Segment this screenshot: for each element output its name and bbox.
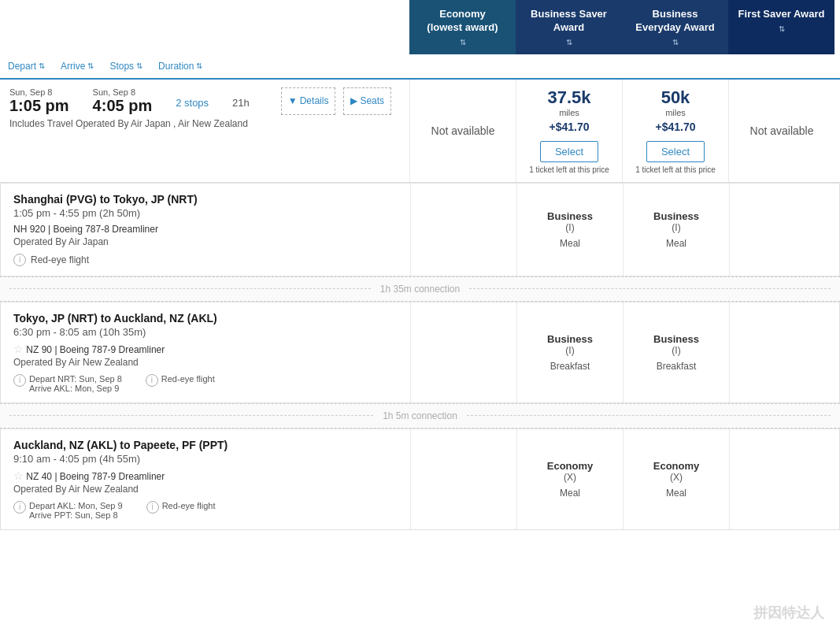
seg3-biz-saver-class-sub: (X)	[564, 472, 576, 483]
seg3-dep-arr-text-1: Depart AKL: Mon, Sep 9Arrive PPT: Sun, S…	[29, 501, 123, 520]
seg1-flight-number: NH 920	[13, 224, 46, 235]
details-arrow: ▼	[288, 95, 298, 106]
duration-sort[interactable]: Duration ⇅	[158, 61, 202, 72]
seg2-info-icon-2: i	[146, 374, 158, 387]
seg2-flight-number: NZ 90	[26, 344, 52, 355]
seg3-biz-saver-col: Economy (X) Meal	[516, 429, 623, 529]
first-saver-sort[interactable]: ⇅	[735, 24, 828, 33]
stops-block: 2 stops	[176, 87, 209, 115]
first-saver-header-label: First Saver Award	[735, 8, 828, 21]
seg2-operator: Operated By Air New Zealand	[13, 357, 398, 368]
economy-sort[interactable]: ⇅	[416, 38, 509, 46]
biz-everyday-miles: 50k	[661, 87, 690, 108]
segment-2-section: Tokyo, JP (NRT) to Auckland, NZ (AKL) 6:…	[0, 302, 840, 403]
seg1-biz-everyday-meal: Meal	[666, 238, 686, 249]
stops-label: Stops	[109, 61, 134, 72]
details-label: Details	[300, 95, 329, 106]
connection-2-line-right	[467, 415, 831, 416]
stops-sort-arrow: ⇅	[136, 61, 142, 70]
arrive-label: Arrive	[61, 61, 85, 72]
seg2-first-saver-col	[729, 302, 835, 402]
includes-text: Includes Travel Operated By Air Japan , …	[9, 118, 400, 129]
seg1-aircraft: Boeing 787-8 Dreamliner	[53, 224, 157, 235]
biz-saver-miles-label: miles	[559, 108, 579, 117]
biz-everyday-miles-label: miles	[665, 108, 686, 117]
sort-controls: Depart ⇅ Arrive ⇅ Stops ⇅ Duration ⇅	[0, 54, 409, 78]
segment-1-row: Shanghai (PVG) to Tokyo, JP (NRT) 1:05 p…	[1, 184, 839, 276]
biz-everyday-price: +$41.70	[656, 121, 696, 133]
biz-saver-sort[interactable]: ⇅	[522, 38, 616, 46]
segment-2-detail: Tokyo, JP (NRT) to Auckland, NZ (AKL) 6:…	[1, 302, 410, 402]
seg3-info-icon-1: i	[13, 501, 26, 514]
segment-3-section: Auckland, NZ (AKL) to Papeete, PF (PPT) …	[0, 428, 840, 530]
first-saver-header: First Saver Award ⇅	[728, 0, 834, 54]
flight-dates: Sun, Sep 8 1:05 pm Sun, Sep 8 4:05 pm 2 …	[9, 87, 400, 115]
seg1-note: i Red-eye flight	[13, 254, 398, 266]
details-link[interactable]: ▼ Details	[281, 87, 336, 115]
seg3-economy-col	[410, 429, 516, 529]
seg1-flight-info: NH 920 | Boeing 787-8 Dreamliner	[13, 224, 398, 235]
seg2-dep-arr-text-1: Depart NRT: Sun, Sep 8Arrive AKL: Mon, S…	[29, 374, 122, 393]
economy-header-label: Economy(lowest award)	[416, 8, 509, 35]
seats-link[interactable]: ▶ Seats	[343, 87, 391, 115]
segment-1-detail: Shanghai (PVG) to Tokyo, JP (NRT) 1:05 p…	[1, 184, 410, 276]
seg2-biz-saver-col: Business (I) Breakfast	[516, 302, 623, 402]
biz-everyday-sort[interactable]: ⇅	[628, 38, 722, 46]
seg3-star-icon: ☆	[13, 469, 24, 482]
segment-3-detail: Auckland, NZ (AKL) to Papeete, PF (PPT) …	[1, 429, 410, 529]
biz-saver-select-button[interactable]: Select	[540, 141, 598, 162]
biz-everyday-select-button[interactable]: Select	[646, 141, 705, 162]
seats-arrow: ▶	[350, 95, 357, 106]
biz-saver-subheader	[516, 61, 622, 71]
connection-1-line-right	[469, 288, 831, 289]
seg1-note-text: Red-eye flight	[31, 254, 89, 265]
seg1-operator: Operated By Air Japan	[13, 236, 398, 247]
first-saver-subheader	[728, 61, 834, 71]
action-links: ▼ Details ▶ Seats	[281, 87, 391, 115]
seg3-flight-info: ☆ NZ 40 | Boeing 787-9 Dreamliner	[13, 469, 398, 482]
seg2-biz-everyday-meal: Breakfast	[657, 361, 697, 372]
biz-everyday-ticket-left: 1 ticket left at this price	[635, 165, 716, 174]
seg3-route: Auckland, NZ (AKL) to Papeete, PF (PPT)	[13, 439, 398, 451]
seg2-biz-saver-meal: Breakfast	[550, 361, 590, 372]
seg1-time: 1:05 pm - 4:55 pm (2h 50m)	[13, 207, 398, 219]
depart-time: 1:05 pm	[9, 97, 69, 115]
seg3-time: 9:10 am - 4:05 pm (4h 55m)	[13, 453, 398, 465]
arrive-sort[interactable]: Arrive ⇅	[61, 61, 94, 72]
seg1-info-icon: i	[13, 254, 26, 266]
seg3-biz-everyday-col: Economy (X) Meal	[623, 429, 729, 529]
seg3-dep-arr-1: i Depart AKL: Mon, Sep 9Arrive PPT: Sun,…	[13, 501, 123, 520]
seg2-biz-saver-class: Business	[547, 333, 593, 345]
biz-saver-header-label: Business SaverAward	[522, 8, 616, 35]
depart-label: Depart	[8, 61, 36, 72]
arrive-block: Sun, Sep 8 4:05 pm	[93, 87, 153, 115]
column-headers: Economy(lowest award) ⇅ Business SaverAw…	[0, 0, 840, 54]
seg3-biz-everyday-class-sub: (X)	[670, 472, 683, 483]
seg2-biz-saver-class-sub: (I)	[565, 345, 574, 356]
flight-info-header	[0, 0, 409, 54]
segment-2-row: Tokyo, JP (NRT) to Auckland, NZ (AKL) 6:…	[1, 302, 839, 402]
seg2-aircraft: Boeing 787-9 Dreamliner	[60, 344, 165, 355]
biz-saver-miles: 37.5k	[547, 87, 590, 108]
stops-sort[interactable]: Stops ⇅	[109, 61, 142, 72]
economy-not-available: Not available	[431, 124, 495, 137]
seg1-biz-saver-class: Business	[547, 210, 593, 222]
seg3-dep-arr-notes: i Depart AKL: Mon, Sep 9Arrive PPT: Sun,…	[13, 501, 398, 520]
seg1-route: Shanghai (PVG) to Tokyo, JP (NRT)	[13, 193, 398, 206]
seg3-first-saver-col	[729, 429, 835, 529]
sort-subheader: Depart ⇅ Arrive ⇅ Stops ⇅ Duration ⇅	[0, 54, 840, 80]
seg3-biz-saver-meal: Meal	[560, 488, 580, 499]
seg2-biz-everyday-col: Business (I) Breakfast	[623, 302, 729, 402]
seg1-biz-saver-class-sub: (I)	[565, 222, 574, 233]
arrive-date: Sun, Sep 8	[93, 87, 153, 97]
depart-sort[interactable]: Depart ⇅	[8, 61, 45, 72]
seg2-dep-arr-notes: i Depart NRT: Sun, Sep 8Arrive AKL: Mon,…	[13, 374, 398, 393]
arrive-time: 4:05 pm	[93, 97, 153, 115]
seg3-operator: Operated By Air New Zealand	[13, 484, 398, 495]
connection-2-label: 1h 5m connection	[383, 410, 457, 421]
seg3-biz-saver-class: Economy	[547, 460, 594, 472]
duration-sort-arrow: ⇅	[196, 61, 202, 70]
seg1-biz-saver-col: Business (I) Meal	[516, 184, 623, 276]
duration-value: 21h	[232, 97, 250, 109]
seats-label: Seats	[360, 95, 384, 106]
